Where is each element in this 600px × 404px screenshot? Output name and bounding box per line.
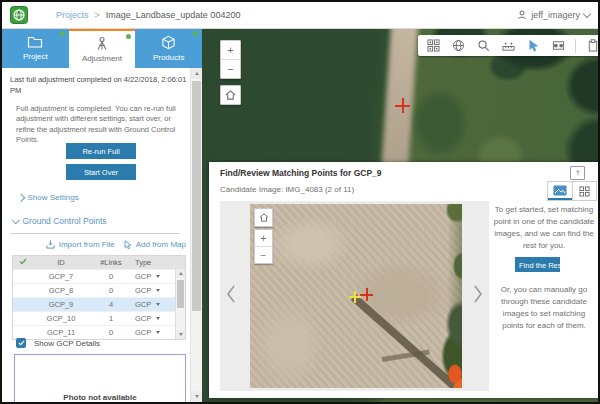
instruction-primary-text: To get started, set matching point in on… bbox=[492, 204, 596, 252]
table-row-gcp9-selected[interactable]: GCP_9 4 GCP bbox=[13, 297, 185, 311]
adjustment-side-panel: Project Adjustment Produc bbox=[2, 28, 202, 402]
image-extent-icon[interactable] bbox=[550, 38, 566, 54]
candidate-photo[interactable]: + − bbox=[250, 204, 462, 388]
grid-view-toggle[interactable] bbox=[572, 182, 597, 200]
checkbox-checked[interactable] bbox=[16, 338, 26, 348]
find-the-rest-button[interactable]: Find the Rest bbox=[515, 257, 560, 272]
photo-home-button[interactable] bbox=[254, 208, 273, 227]
cell-id: GCP_8 bbox=[33, 286, 89, 295]
select-pointer-icon-active[interactable] bbox=[525, 38, 541, 54]
tab-project[interactable]: Project bbox=[2, 28, 69, 68]
status-dot-green bbox=[126, 34, 131, 39]
chevron-down-icon bbox=[12, 216, 20, 224]
status-dot-green bbox=[60, 31, 65, 36]
zoom-out-button[interactable]: − bbox=[221, 59, 240, 78]
cell-type-dropdown[interactable]: GCP bbox=[133, 328, 169, 337]
table-row-gcp8[interactable]: GCP_8 0 GCP bbox=[13, 283, 185, 297]
measure-icon[interactable] bbox=[500, 38, 516, 54]
undock-panel-button[interactable] bbox=[570, 166, 585, 180]
section-divider bbox=[10, 233, 180, 234]
column-header-links[interactable]: #Links bbox=[89, 258, 133, 267]
map-pointer-icon bbox=[124, 240, 132, 249]
basemap-globe-icon[interactable] bbox=[450, 38, 466, 54]
rerun-full-button[interactable]: Re-run Full bbox=[66, 143, 136, 159]
import-icon bbox=[46, 240, 55, 249]
app-window: Projects > Image_Landbase_update 004200 … bbox=[0, 0, 600, 404]
checkmark-icon bbox=[13, 258, 33, 267]
home-icon bbox=[225, 90, 236, 100]
gcp-section-header[interactable]: Ground Control Points bbox=[13, 216, 107, 226]
gcp-location-red-cross[interactable] bbox=[360, 288, 373, 301]
add-from-map-link[interactable]: Add from Map bbox=[124, 240, 186, 249]
table-row-gcp10[interactable]: GCP_10 1 GCP bbox=[13, 311, 185, 325]
photo-zoom-out-button[interactable]: − bbox=[255, 246, 272, 263]
scrollbar-thumb[interactable] bbox=[192, 81, 201, 311]
table-row-gcp7[interactable]: GCP_7 0 GCP bbox=[13, 269, 185, 283]
cell-links: 1 bbox=[89, 314, 133, 323]
panel-scrollbar[interactable] bbox=[190, 68, 202, 402]
zoom-in-button[interactable]: + bbox=[221, 41, 240, 59]
import-from-file-link[interactable]: Import from File bbox=[46, 240, 115, 249]
chevron-down-icon bbox=[583, 10, 591, 18]
breadcrumb-project-title: Image_Landbase_update 004200 bbox=[106, 10, 241, 20]
dropdown-arrow-icon bbox=[156, 317, 160, 320]
scroll-down-arrow[interactable] bbox=[191, 391, 202, 402]
search-icon[interactable] bbox=[475, 38, 491, 54]
candidate-image-viewer: + − bbox=[220, 201, 489, 391]
column-header-type[interactable]: Type bbox=[133, 258, 169, 267]
column-header-id[interactable]: ID bbox=[33, 258, 89, 267]
map-view[interactable]: + − bbox=[202, 28, 598, 402]
browse-thumbnails-icon[interactable] bbox=[425, 38, 441, 54]
instruction-secondary-text: Or, you can manually go through these ca… bbox=[492, 284, 596, 332]
tab-products[interactable]: Products bbox=[135, 28, 202, 68]
home-extent-button[interactable] bbox=[220, 85, 241, 105]
tab-products-label: Products bbox=[153, 53, 185, 62]
show-settings-label: Show Settings bbox=[28, 193, 79, 202]
cell-links: 0 bbox=[89, 286, 133, 295]
chevron-right-icon bbox=[17, 194, 25, 202]
user-menu[interactable]: jeff_imagery bbox=[517, 2, 590, 28]
cell-type-dropdown[interactable]: GCP bbox=[133, 286, 169, 295]
breadcrumb-separator: > bbox=[95, 10, 100, 20]
start-over-button[interactable]: Start Over bbox=[66, 164, 136, 180]
cell-links: 0 bbox=[89, 328, 133, 337]
gcp-marker-red-cross[interactable] bbox=[395, 98, 410, 113]
tab-adjustment[interactable]: Adjustment bbox=[69, 28, 136, 68]
scroll-up-arrow[interactable] bbox=[191, 68, 202, 79]
scroll-up-arrow[interactable] bbox=[176, 269, 185, 278]
adjustment-status-text: Last full adjustment completed on 4/22/2… bbox=[10, 75, 187, 96]
scrollbar-thumb[interactable] bbox=[177, 280, 184, 308]
cell-type-dropdown[interactable]: GCP bbox=[133, 314, 169, 323]
tab-adjustment-label: Adjustment bbox=[82, 54, 122, 63]
folder-icon bbox=[27, 35, 43, 49]
adjustment-description-text: Full adjustment is completed. You can re… bbox=[16, 104, 179, 145]
clipboard-icon[interactable] bbox=[585, 38, 598, 54]
next-image-button[interactable] bbox=[470, 281, 486, 307]
table-scrollbar[interactable] bbox=[175, 269, 185, 339]
breadcrumb-projects-link[interactable]: Projects bbox=[56, 10, 89, 20]
show-settings-link[interactable]: Show Settings bbox=[18, 193, 79, 202]
previous-image-button[interactable] bbox=[223, 281, 239, 307]
single-image-view-toggle-active[interactable] bbox=[548, 182, 572, 200]
status-dot-green bbox=[193, 31, 198, 36]
cell-id: GCP_9 bbox=[33, 300, 89, 309]
gcp-action-links: Import from File Add from Map bbox=[2, 240, 186, 249]
cell-type-dropdown[interactable]: GCP bbox=[133, 272, 169, 281]
map-zoom-control: + − bbox=[220, 40, 241, 79]
dropdown-arrow-icon bbox=[156, 331, 160, 334]
cell-id: GCP_7 bbox=[33, 272, 89, 281]
panel-title: Find/Review Matching Points for GCP_9 bbox=[220, 168, 382, 178]
panel-tabs: Project Adjustment Produc bbox=[2, 28, 202, 68]
candidate-image-label: Candidate Image: IMG_4083 (2 of 11) bbox=[220, 185, 354, 194]
scroll-down-arrow[interactable] bbox=[176, 330, 185, 339]
table-row-gcp11[interactable]: GCP_11 0 GCP bbox=[13, 325, 185, 339]
cell-id: GCP_10 bbox=[33, 314, 89, 323]
photo-zoom-in-button[interactable]: + bbox=[255, 230, 272, 246]
cell-type-dropdown[interactable]: GCP bbox=[133, 300, 169, 309]
show-gcp-details-toggle[interactable]: Show GCP Details bbox=[16, 338, 100, 348]
top-bar: Projects > Image_Landbase_update 004200 … bbox=[2, 2, 598, 29]
cell-id: GCP_11 bbox=[33, 328, 89, 337]
gcp-table-header: ID #Links Type bbox=[13, 256, 185, 269]
view-mode-toggle bbox=[547, 181, 597, 201]
cell-links: 4 bbox=[89, 300, 133, 309]
